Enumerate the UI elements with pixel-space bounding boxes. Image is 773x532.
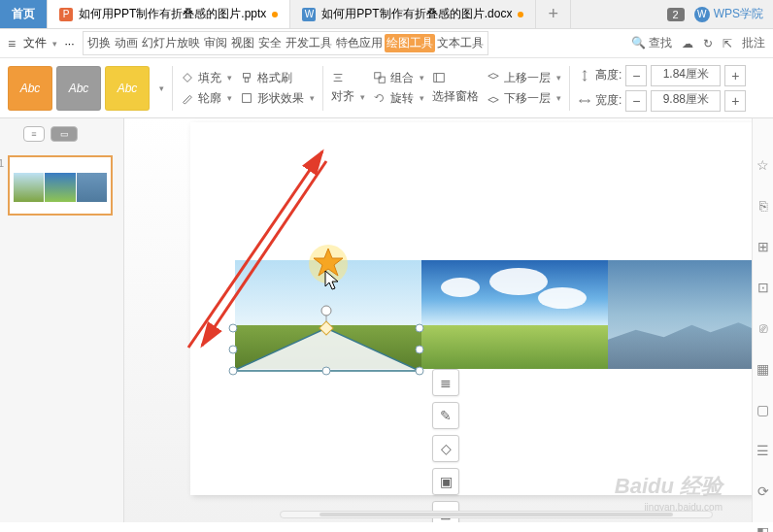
float-shape-button[interactable]: ◇: [432, 435, 459, 462]
image-panel-2[interactable]: [421, 260, 608, 369]
shape-effect-button[interactable]: 形状效果▾: [240, 90, 315, 107]
height-control: 高度: − 1.84厘米 +: [578, 65, 746, 86]
tab-view[interactable]: 视图: [229, 35, 256, 51]
tab-drawtools[interactable]: 绘图工具: [385, 34, 435, 52]
align-button-icon[interactable]: [331, 71, 365, 84]
horizontal-scrollbar[interactable]: [280, 511, 713, 518]
docx-icon: W: [302, 8, 316, 21]
svg-rect-6: [375, 73, 381, 79]
select-pane-icon-button[interactable]: [432, 71, 479, 84]
rail-icon-7[interactable]: ☰: [756, 443, 769, 458]
file-menu-label: 文件: [23, 36, 47, 50]
tab-devtools[interactable]: 开发工具: [284, 35, 334, 51]
float-layers-button[interactable]: ≣: [432, 369, 459, 396]
caret-down-icon: ▾: [310, 93, 315, 103]
overflow-icon[interactable]: ···: [65, 37, 75, 50]
tab-docx[interactable]: W 如何用PPT制作有折叠感的图片.docx: [290, 0, 536, 28]
right-tool-rail: ☆ ⎘ ⊞ ⊡ ⎚ ▦ ▢ ☰ ⟳ ◧ 🔊: [752, 118, 773, 522]
tab-slideshow[interactable]: 幻灯片放映: [140, 35, 202, 51]
unsaved-dot-icon: [518, 12, 523, 17]
tab-pptx-label: 如何用PPT制作有折叠感的图片.pptx: [79, 6, 266, 22]
tab-featured[interactable]: 特色应用: [334, 35, 385, 51]
hamburger-icon[interactable]: ≡: [8, 36, 16, 51]
float-crop-button[interactable]: ▣: [432, 468, 459, 495]
file-menu[interactable]: 文件 ▾: [23, 35, 56, 51]
tab-security[interactable]: 安全: [256, 35, 284, 51]
layer-down-icon: [487, 91, 500, 105]
height-increase-button[interactable]: +: [724, 65, 746, 86]
unsaved-dot-icon: [272, 12, 278, 17]
style-more-icon[interactable]: ▾: [159, 83, 164, 93]
notification-badge[interactable]: 2: [667, 8, 685, 21]
rail-icon-2[interactable]: ⊞: [757, 239, 769, 254]
refresh-icon[interactable]: ↻: [703, 37, 713, 50]
move-up-button[interactable]: 上移一层▾: [487, 70, 561, 86]
outline-button[interactable]: 轮廓▾: [181, 90, 232, 107]
rotate-label: 旋转: [390, 90, 414, 107]
svg-rect-8: [434, 74, 445, 83]
add-tab-button[interactable]: +: [536, 0, 571, 28]
tab-home[interactable]: 首页: [0, 0, 48, 28]
width-input[interactable]: 9.88厘米: [651, 90, 721, 112]
slide-thumbnail-1[interactable]: 1: [8, 155, 113, 216]
selected-triangle-shape[interactable]: [233, 324, 420, 373]
move-up-label: 上移一层: [504, 70, 551, 86]
scrollbar-thumb[interactable]: [319, 513, 673, 516]
group-button[interactable]: 组合▾: [373, 70, 424, 86]
rail-icon-8[interactable]: ⟳: [757, 483, 769, 499]
pptx-icon: P: [59, 8, 73, 21]
tab-animation[interactable]: 动画: [113, 35, 140, 51]
rail-icon-5[interactable]: ▦: [756, 361, 769, 377]
style-preset-gray[interactable]: Abc: [56, 66, 101, 111]
canvas-area[interactable]: ≣ ✎ ◇ ▣ ⊞ Baidu 经验 jingyan.baidu.com: [124, 118, 752, 522]
image-panel-3[interactable]: [608, 260, 752, 369]
height-input[interactable]: 1.84厘米: [651, 65, 721, 86]
panel-view-toggle: ≡ ▭: [8, 126, 116, 142]
move-down-button[interactable]: 下移一层▾: [487, 90, 561, 107]
caret-down-icon: ▾: [360, 92, 365, 102]
height-label: 高度:: [595, 67, 622, 83]
size-group: 高度: − 1.84厘米 + 宽度: − 9.88厘米 +: [578, 65, 746, 112]
wps-college-icon: W: [694, 7, 710, 22]
rotate-button[interactable]: 旋转▾: [373, 90, 424, 107]
thumbnail-view-button[interactable]: ▭: [50, 126, 78, 142]
tab-pptx[interactable]: P 如何用PPT制作有折叠感的图片.pptx: [48, 0, 290, 28]
share-icon[interactable]: ⇱: [723, 37, 732, 50]
wps-college-link[interactable]: W WPS学院: [694, 6, 763, 22]
rail-icon-4[interactable]: ⎚: [759, 320, 767, 336]
format-group: 格式刷 形状效果▾: [240, 70, 315, 107]
cloud-icon[interactable]: ☁: [682, 37, 693, 50]
tab-switch[interactable]: 切换: [85, 35, 113, 51]
fill-label: 填充: [198, 70, 221, 86]
annotate-button[interactable]: 批注: [742, 35, 765, 51]
outline-view-button[interactable]: ≡: [23, 126, 45, 142]
float-brush-button[interactable]: ✎: [432, 402, 459, 429]
rail-icon-6[interactable]: ▢: [756, 402, 769, 417]
align-button[interactable]: 对齐▾: [331, 88, 365, 105]
arrange-group2: 组合▾ 旋转▾: [373, 70, 424, 107]
tab-review[interactable]: 审阅: [202, 35, 229, 51]
rail-icon-3[interactable]: ⊡: [757, 280, 769, 295]
svg-rect-2: [243, 94, 252, 103]
caret-down-icon: ▾: [420, 73, 424, 83]
search-button[interactable]: 🔍 查找: [631, 35, 672, 51]
caret-down-icon: ▾: [227, 73, 232, 83]
format-brush-label: 格式刷: [257, 70, 292, 86]
watermark: Baidu 经验: [615, 472, 723, 501]
format-brush-button[interactable]: 格式刷: [240, 70, 315, 86]
width-increase-button[interactable]: +: [724, 90, 746, 112]
select-pane-button[interactable]: 选择窗格: [432, 88, 479, 105]
fill-button[interactable]: 填充▾: [181, 70, 232, 86]
svg-point-17: [416, 346, 423, 353]
height-decrease-button[interactable]: −: [625, 65, 647, 86]
rail-icon-9[interactable]: ◧: [756, 524, 769, 532]
rail-icon-0[interactable]: ☆: [756, 157, 769, 173]
svg-point-14: [322, 367, 330, 375]
style-preset-yellow[interactable]: Abc: [105, 66, 150, 111]
layer-up-icon: [487, 71, 500, 84]
rail-icon-1[interactable]: ⎘: [759, 198, 767, 214]
tab-home-label: 首页: [12, 6, 35, 22]
tab-texttools[interactable]: 文本工具: [435, 35, 486, 51]
width-decrease-button[interactable]: −: [625, 90, 647, 112]
style-preset-orange[interactable]: Abc: [8, 66, 52, 111]
